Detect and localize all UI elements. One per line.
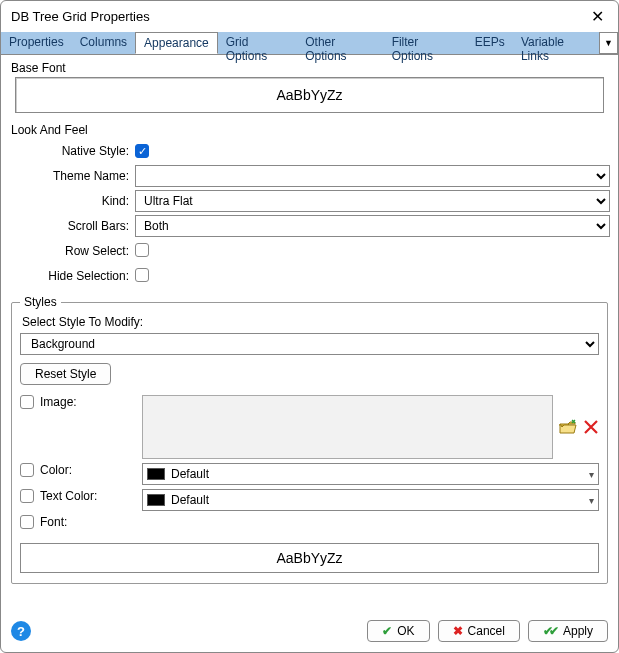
tab-bar: Properties Columns Appearance Grid Optio… [1, 32, 618, 54]
double-check-icon: ✔✔ [543, 624, 555, 638]
cancel-label: Cancel [468, 624, 505, 638]
apply-label: Apply [563, 624, 593, 638]
reset-style-label: Reset Style [35, 367, 96, 381]
base-font-label: Base Font [11, 61, 610, 75]
image-label: Image: [40, 395, 77, 409]
cancel-button[interactable]: ✖ Cancel [438, 620, 520, 642]
styles-legend: Styles [20, 295, 61, 309]
chevron-down-icon: ▾ [589, 495, 594, 506]
text-color-value: Default [171, 493, 209, 507]
x-icon: ✖ [453, 624, 463, 638]
text-color-label: Text Color: [40, 489, 97, 503]
kind-combo[interactable]: Ultra Flat [135, 190, 610, 212]
native-style-checkbox[interactable]: ✓ [135, 144, 149, 158]
kind-label: Kind: [9, 194, 135, 208]
row-select-label: Row Select: [9, 244, 135, 258]
color-swatch [147, 468, 165, 480]
chevron-down-icon: ▼ [604, 38, 613, 48]
image-preview[interactable] [142, 395, 553, 459]
text-color-swatch [147, 494, 165, 506]
theme-name-combo[interactable] [135, 165, 610, 187]
apply-button[interactable]: ✔✔ Apply [528, 620, 608, 642]
tab-overflow-button[interactable]: ▼ [599, 32, 618, 54]
scroll-bars-label: Scroll Bars: [9, 219, 135, 233]
native-style-label: Native Style: [9, 144, 135, 158]
ok-label: OK [397, 624, 414, 638]
tab-properties[interactable]: Properties [1, 32, 72, 54]
font-checkbox[interactable] [20, 515, 34, 529]
delete-image-icon[interactable] [583, 419, 599, 435]
font-label: Font: [40, 515, 67, 529]
color-combo[interactable]: Default ▾ [142, 463, 599, 485]
check-icon: ✔ [382, 624, 392, 638]
tab-filter-options[interactable]: Filter Options [384, 32, 467, 54]
hide-selection-label: Hide Selection: [9, 269, 135, 283]
help-icon[interactable]: ? [11, 621, 31, 641]
select-style-label: Select Style To Modify: [22, 315, 599, 329]
close-icon[interactable]: ✕ [587, 7, 608, 26]
look-and-feel-label: Look And Feel [11, 123, 610, 137]
tab-appearance[interactable]: Appearance [135, 32, 218, 54]
color-label: Color: [40, 463, 72, 477]
window-title: DB Tree Grid Properties [11, 9, 150, 24]
ok-button[interactable]: ✔ OK [367, 620, 429, 642]
tab-other-options[interactable]: Other Options [297, 32, 383, 54]
hide-selection-checkbox[interactable] [135, 268, 149, 282]
select-style-combo[interactable]: Background [20, 333, 599, 355]
tab-variable-links[interactable]: Variable Links [513, 32, 599, 54]
chevron-down-icon: ▾ [589, 469, 594, 480]
base-font-preview[interactable]: AaBbYyZz [15, 77, 604, 113]
base-font-sample: AaBbYyZz [276, 87, 342, 103]
style-font-preview[interactable]: AaBbYyZz [20, 543, 599, 573]
reset-style-button[interactable]: Reset Style [20, 363, 111, 385]
theme-name-label: Theme Name: [9, 169, 135, 183]
styles-group: Styles Select Style To Modify: Backgroun… [11, 295, 608, 584]
color-checkbox[interactable] [20, 463, 34, 477]
tab-eeps[interactable]: EEPs [467, 32, 513, 54]
image-checkbox[interactable] [20, 395, 34, 409]
style-font-sample: AaBbYyZz [276, 550, 342, 566]
color-value: Default [171, 467, 209, 481]
row-select-checkbox[interactable] [135, 243, 149, 257]
text-color-combo[interactable]: Default ▾ [142, 489, 599, 511]
text-color-checkbox[interactable] [20, 489, 34, 503]
tab-columns[interactable]: Columns [72, 32, 135, 54]
tab-grid-options[interactable]: Grid Options [218, 32, 297, 54]
scroll-bars-combo[interactable]: Both [135, 215, 610, 237]
open-image-icon[interactable] [559, 419, 577, 435]
